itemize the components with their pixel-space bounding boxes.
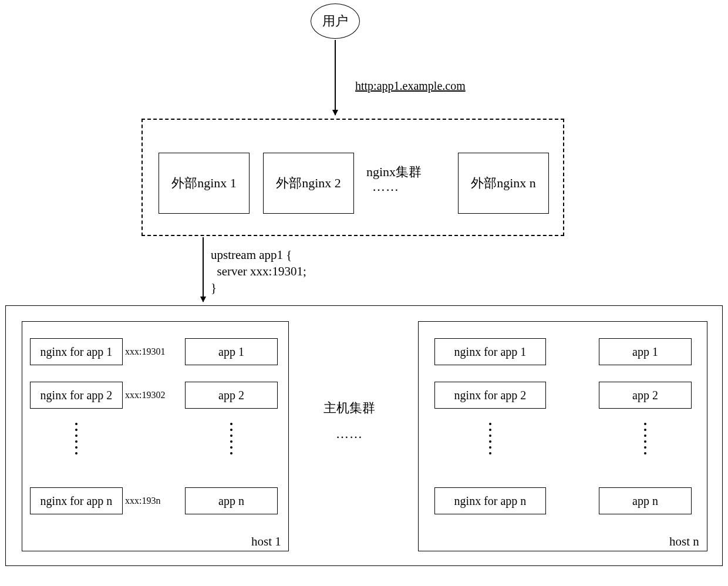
external-nginx-2: 外部nginx 2 xyxy=(263,153,354,214)
external-nginx-1: 外部nginx 1 xyxy=(159,153,250,214)
host1-nginx-vdots xyxy=(75,423,77,454)
hostn-nginx-1: nginx for app 1 xyxy=(434,338,546,365)
hostn-app-n-label: app n xyxy=(632,494,658,508)
host1-app-2-label: app 2 xyxy=(218,389,244,402)
host1-port-1: xxx:19301 xyxy=(125,346,165,357)
host1-title: host 1 xyxy=(251,534,281,549)
hostn-app-vdots xyxy=(644,423,646,454)
hostn-nginx-vdots xyxy=(489,423,491,454)
hostn-nginx-1-label: nginx for app 1 xyxy=(454,345,527,359)
hostn-app-1-label: app 1 xyxy=(632,345,658,359)
hostn-title: host n xyxy=(669,534,699,549)
diagram-canvas: 用户 http:app1.example.com nginx集群 …… 外部ng… xyxy=(0,0,728,586)
host1-nginx-1-label: nginx for app 1 xyxy=(41,345,113,359)
external-nginx-2-label: 外部nginx 2 xyxy=(276,174,341,192)
hostn-nginx-n: nginx for app n xyxy=(434,487,546,514)
hostn-app-1: app 1 xyxy=(599,338,692,365)
host1-app-n-label: app n xyxy=(218,494,244,508)
upstream-line1: upstream app1 { xyxy=(211,248,292,262)
upstream-line3: } xyxy=(211,281,217,295)
hostn-app-2: app 2 xyxy=(599,382,692,409)
hostn-nginx-2-label: nginx for app 2 xyxy=(454,389,527,402)
external-nginx-n-label: 外部nginx n xyxy=(471,174,536,192)
host1-nginx-1: nginx for app 1 xyxy=(30,338,123,365)
hostn-app-2-label: app 2 xyxy=(632,389,658,402)
host-cluster-label: 主机集群 xyxy=(323,399,375,417)
host1-app-2: app 2 xyxy=(185,382,278,409)
host1-port-2: xxx:19302 xyxy=(125,390,165,400)
host1-app-1: app 1 xyxy=(185,338,278,365)
host1-app-n: app n xyxy=(185,487,278,514)
host1-port-n: xxx:193n xyxy=(125,496,160,506)
external-nginx-n: 外部nginx n xyxy=(458,153,549,214)
hostn-nginx-2: nginx for app 2 xyxy=(434,382,546,409)
host1-nginx-n: nginx for app n xyxy=(30,487,123,514)
nginx-cluster-label: nginx集群 xyxy=(366,163,422,181)
host1-app-1-label: app 1 xyxy=(218,345,244,359)
upstream-line2: server xxx:19301; xyxy=(211,264,306,279)
host1-nginx-n-label: nginx for app n xyxy=(41,494,113,508)
external-nginx-1-label: 外部nginx 1 xyxy=(171,174,237,192)
host1-nginx-2: nginx for app 2 xyxy=(30,382,123,409)
host1-app-vdots xyxy=(230,423,232,454)
user-node: 用户 xyxy=(311,4,360,39)
nginx-cluster-dots: …… xyxy=(372,179,399,194)
host-cluster-dots: …… xyxy=(336,426,363,442)
url-label: http:app1.example.com xyxy=(355,79,466,93)
hostn-nginx-n-label: nginx for app n xyxy=(454,494,527,508)
host1-nginx-2-label: nginx for app 2 xyxy=(41,389,113,402)
hostn-app-n: app n xyxy=(599,487,692,514)
user-node-label: 用户 xyxy=(322,12,348,30)
